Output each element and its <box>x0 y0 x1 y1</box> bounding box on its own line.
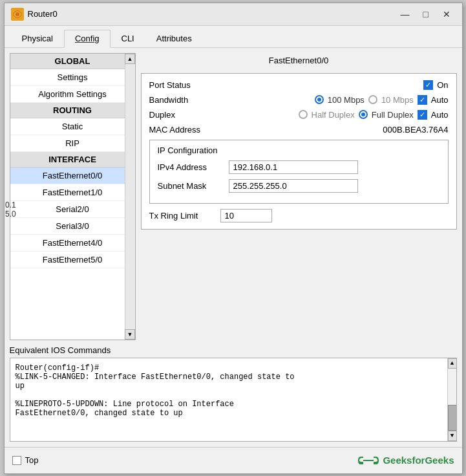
maximize-button[interactable]: □ <box>417 7 435 21</box>
window-title: Router0 <box>28 9 58 19</box>
tab-bar: Physical Config CLI Attributes <box>5 26 462 48</box>
close-button[interactable]: ✕ <box>438 7 456 21</box>
duplex-label: Duplex <box>149 110 220 120</box>
main-window: Router0 — □ ✕ Physical Config CLI Attrib… <box>4 3 463 474</box>
main-panel: FastEthernet0/0 Port Status ✓ On Bandwid… <box>136 53 457 340</box>
content-area: GLOBAL Settings Algorithm Settings ROUTI… <box>5 48 462 345</box>
duplex-auto-checkbox[interactable]: ✓ <box>418 110 427 120</box>
subnet-label: Subnet Mask <box>158 181 229 191</box>
console-text: Router(config-if)# %LINK-5-CHANGED: Inte… <box>16 363 451 418</box>
sidebar-scrollbar: ▲ ▼ <box>125 54 135 340</box>
sidebar-item-s30[interactable]: Serial3/0 <box>10 218 135 235</box>
svg-rect-2 <box>363 460 374 461</box>
duplex-half-label: Half Duplex <box>312 110 355 120</box>
bandwidth-auto-checkbox[interactable]: ✓ <box>418 95 427 105</box>
mac-row: MAC Address 000B.BEA3.76A4 <box>149 125 449 135</box>
duplex-full-label: Full Duplex <box>372 110 414 120</box>
top-checkbox[interactable] <box>12 456 21 465</box>
interface-header: INTERFACE <box>10 152 135 168</box>
duplex-row: Duplex Half Duplex Full Duplex ✓ Auto <box>149 110 449 120</box>
scroll-track <box>125 64 134 329</box>
sidebar-item-fe40[interactable]: FastEthernet4/0 <box>10 235 135 252</box>
bandwidth-controls: 100 Mbps 10 Mbps ✓ Auto <box>224 95 449 105</box>
title-bar: Router0 — □ ✕ <box>5 3 462 26</box>
mac-label: MAC Address <box>149 125 220 135</box>
sidebar-item-settings[interactable]: Settings <box>10 69 135 86</box>
bandwidth-100-label: 100 Mbps <box>328 95 365 105</box>
ipv4-label: IPv4 Address <box>158 162 229 172</box>
duplex-half-radio[interactable] <box>299 110 308 119</box>
bottom-section: Equivalent IOS Commands Router(config-if… <box>5 345 462 447</box>
routing-header: ROUTING <box>10 103 135 118</box>
window-controls: — □ ✕ <box>396 7 456 21</box>
sidebar-item-rip[interactable]: RIP <box>10 135 135 152</box>
bandwidth-auto-label: Auto <box>431 95 449 105</box>
sidebar-inner: GLOBAL Settings Algorithm Settings ROUTI… <box>10 54 135 325</box>
subnet-input[interactable] <box>229 179 358 193</box>
sidebar-item-fe10[interactable]: FastEthernet1/0 <box>10 184 135 201</box>
svg-point-1 <box>16 12 19 16</box>
global-header: GLOBAL <box>10 54 135 69</box>
bandwidth-10-label: 10 Mbps <box>381 95 414 105</box>
console-scroll-up[interactable]: ▲ <box>448 358 457 369</box>
duplex-controls: Half Duplex Full Duplex ✓ Auto <box>224 110 449 120</box>
tx-row: Tx Ring Limit <box>149 209 449 222</box>
tab-attributes[interactable]: Attributes <box>145 30 203 47</box>
ipv4-row: IPv4 Address <box>158 160 440 174</box>
port-status-checkbox[interactable]: ✓ <box>423 80 433 90</box>
bandwidth-label: Bandwidth <box>149 95 220 105</box>
panel-title: FastEthernet0/0 <box>141 53 457 68</box>
scroll-up-button[interactable]: ▲ <box>125 54 135 64</box>
port-status-on-label: On <box>437 80 448 90</box>
tab-physical[interactable]: Physical <box>11 30 64 47</box>
ip-left-line1: 0.1 <box>5 200 16 210</box>
tx-input[interactable] <box>220 209 272 222</box>
ip-left-line2: 5.0 <box>5 210 16 219</box>
geeks-text: GeeksforGeeks <box>383 455 454 466</box>
sidebar-item-fe50[interactable]: FastEthernet5/0 <box>10 252 135 268</box>
footer: Top GeeksforGeeks <box>5 447 462 473</box>
bandwidth-100-radio[interactable] <box>315 95 324 104</box>
console-box: Router(config-if)# %LINK-5-CHANGED: Inte… <box>10 358 457 442</box>
tx-label: Tx Ring Limit <box>149 211 220 221</box>
title-bar-left: Router0 <box>11 8 58 21</box>
sidebar-item-static[interactable]: Static <box>10 118 135 135</box>
sidebar-item-fe00[interactable]: FastEthernet0/0 <box>10 168 135 184</box>
sidebar-item-s20[interactable]: Serial2/0 <box>10 201 135 218</box>
app-icon <box>11 8 24 21</box>
port-status-label: Port Status <box>149 80 220 90</box>
port-status-row: Port Status ✓ On <box>149 80 449 90</box>
ip-left-panel: 0.1 5.0 <box>5 200 16 219</box>
equiv-label: Equivalent IOS Commands <box>10 345 457 355</box>
console-scrollbar: ▲ ▼ <box>447 358 456 441</box>
geeks-icon <box>358 451 379 470</box>
port-status-controls: ✓ On <box>224 80 449 90</box>
duplex-auto-label: Auto <box>431 110 449 120</box>
ip-config-box: IP Configuration IPv4 Address Subnet Mas… <box>149 140 449 204</box>
subnet-row: Subnet Mask <box>158 179 440 193</box>
ipv4-input[interactable] <box>229 160 358 174</box>
duplex-full-radio[interactable] <box>359 110 368 119</box>
mac-value: 000B.BEA3.76A4 <box>383 125 448 135</box>
console-scroll-thumb[interactable] <box>448 405 457 431</box>
console-scroll-down[interactable]: ▼ <box>448 431 457 441</box>
tab-cli[interactable]: CLI <box>111 30 145 47</box>
sidebar-item-algorithm-settings[interactable]: Algorithm Settings <box>10 86 135 103</box>
tab-config[interactable]: Config <box>64 30 111 48</box>
sidebar: GLOBAL Settings Algorithm Settings ROUTI… <box>10 53 136 340</box>
minimize-button[interactable]: — <box>396 7 414 21</box>
geeks-logo: GeeksforGeeks <box>358 451 454 470</box>
scroll-down-button[interactable]: ▼ <box>125 329 135 340</box>
ip-config-title: IP Configuration <box>158 146 440 155</box>
bandwidth-10-radio[interactable] <box>368 95 377 104</box>
top-checkbox-area: Top <box>12 455 39 465</box>
top-label: Top <box>25 455 39 465</box>
bandwidth-row: Bandwidth 100 Mbps 10 Mbps ✓ Auto <box>149 95 449 105</box>
detail-box: Port Status ✓ On Bandwidth 100 Mbps 10 M… <box>141 73 457 230</box>
